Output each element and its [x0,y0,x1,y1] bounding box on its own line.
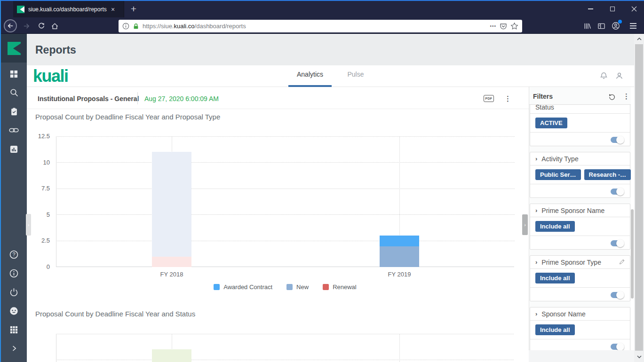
sidebar-tasks-clipboard-icon[interactable] [1,106,27,117]
gridline [57,334,514,334]
home-button[interactable] [49,21,60,31]
new-tab-button[interactable]: + [127,3,140,16]
chart1-title: Proposal Count by Deadline Fiscal Year a… [35,113,220,121]
legend-label: New [296,283,309,291]
window-border-left [0,0,1,362]
tab-close-icon[interactable]: × [111,6,115,13]
window-close-button[interactable] [626,4,642,14]
filters-collapse-handle[interactable]: › [522,214,528,235]
https-lock-icon[interactable] [133,23,139,30]
menu-hamburger-icon[interactable] [628,21,638,31]
bookmark-star-icon[interactable] [510,22,518,30]
sidebar-logout-power-icon[interactable] [1,286,27,298]
sidebars-toggle-icon[interactable] [596,21,606,31]
filter-toggle[interactable] [611,344,623,350]
filter-toggle-row [530,287,630,301]
legend-item[interactable]: Awarded Contract [214,283,272,291]
filter-expand-chevron-icon[interactable]: › [535,259,537,266]
kuali-wordmark[interactable]: kuali [33,66,68,86]
filter-chip[interactable]: Public Ser… [535,169,581,180]
bar-segment[interactable] [380,236,419,246]
page-scrollbar-thumb[interactable] [635,44,643,351]
filter-toggle[interactable] [611,137,623,143]
reload-button[interactable] [36,21,47,31]
filter-card-header[interactable]: ›Sponsor Name [530,307,630,321]
url-bar[interactable]: https://siue.kuali.co/dashboard/reports … [119,20,522,32]
filter-toggle[interactable] [611,292,623,298]
gridline [57,360,514,360]
filter-expand-chevron-icon[interactable]: › [535,310,537,317]
browser-tab[interactable]: siue.kuali.co/dashboard/reports × [13,1,124,17]
gridline [57,136,515,137]
sidebar-reports-chart-icon[interactable] [1,143,27,155]
x-axis-category-label: FY 2019 [371,271,428,278]
sidebar-link-icon[interactable] [1,125,27,136]
page-actions-icon[interactable]: ••• [490,24,496,29]
filter-toggle[interactable] [611,240,623,246]
filters-panel-footer [529,350,634,362]
y-axis-tick-label: 10 [29,159,50,166]
filter-card-header[interactable]: ›Prime Sponsor Type [530,256,630,269]
window-maximize-button[interactable] [604,4,620,14]
sidebar-apps-grid-icon[interactable] [1,324,27,335]
bar-segment[interactable] [380,246,419,267]
filter-toggle[interactable] [611,189,623,195]
chart2-title: Proposal Count by Deadline Fiscal Year a… [35,310,195,318]
back-button[interactable] [4,19,17,32]
y-axis-tick-label: 0 [29,263,50,270]
filter-expand-chevron-icon[interactable]: › [535,155,537,162]
bar-segment[interactable] [152,152,191,256]
tab-analytics[interactable]: Analytics [288,71,332,78]
filter-card-header[interactable]: ›Activity Type [530,152,630,165]
sidebar-expand-chevron-icon[interactable] [1,343,27,354]
bar-segment[interactable] [152,257,191,267]
export-pdf-button[interactable]: PDF [484,95,494,102]
filter-toggle-row [530,184,630,197]
forward-button[interactable] [21,21,32,31]
filters-menu-kebab-icon[interactable]: ⋮ [623,92,630,101]
tab-pulse[interactable]: Pulse [341,71,370,78]
notifications-bell-icon[interactable] [598,71,609,81]
sidebar-info-icon[interactable] [1,268,27,279]
tab-favicon-kuali-icon [17,6,24,13]
filters-scroll-area[interactable]: StatusACTIVE›Activity TypePublic Ser…Res… [529,104,631,350]
site-info-icon[interactable] [122,23,129,30]
user-profile-icon[interactable] [614,71,624,81]
sidebar-feedback-face-icon[interactable] [1,305,27,316]
filter-edit-pencil-icon[interactable] [618,258,626,267]
filter-chip[interactable]: Research -… [584,169,631,180]
sidebar-search-icon[interactable] [1,87,27,98]
kuali-logo-mark[interactable] [1,34,27,63]
filter-expand-chevron-icon[interactable]: › [535,207,537,214]
report-name: Institutional Proposals - General [38,95,139,102]
content-expand-handle[interactable]: › [26,214,31,236]
filter-chip[interactable]: Include all [535,221,575,232]
filter-toggle-row [530,132,630,146]
filter-chip-row: Include all [530,217,630,236]
filter-chip-row: Include all [530,269,630,287]
firefox-account-icon[interactable] [611,21,621,31]
filter-card-header[interactable]: ›Prime Sponsor Name [530,204,630,217]
chart2-plot-area[interactable]: 1012.5 [56,334,514,362]
filter-card-header[interactable]: Status [530,104,630,114]
filter-card-activity-type: ›Activity TypePublic Ser…Research -… [530,152,630,198]
scrollbar-up-arrow-icon[interactable] [634,35,644,43]
filters-reset-icon[interactable] [607,92,617,102]
chart1-plot-area[interactable]: 02.557.51012.5FY 2018FY 2019 [56,136,514,267]
filter-chip[interactable]: Include all [535,324,575,335]
legend-item[interactable]: Renewal [323,283,357,291]
legend-item[interactable]: New [286,283,309,291]
filter-chip[interactable]: ACTIVE [535,118,567,128]
sidebar-dashboard-icon[interactable] [1,68,27,79]
report-menu-kebab-icon[interactable]: ⋮ [504,94,511,103]
filters-title: Filters [533,93,553,100]
scrollbar-down-arrow-icon[interactable] [634,353,644,361]
window-minimize-button[interactable] [582,4,598,14]
library-icon[interactable] [582,21,592,31]
bar-segment[interactable] [152,349,191,362]
pocket-icon[interactable] [500,23,507,30]
filters-scrollbar-thumb[interactable] [631,209,634,299]
sidebar-help-icon[interactable]: ? [1,249,27,260]
y-axis-tick-label: 2.5 [29,237,50,244]
filter-chip[interactable]: Include all [535,273,575,283]
